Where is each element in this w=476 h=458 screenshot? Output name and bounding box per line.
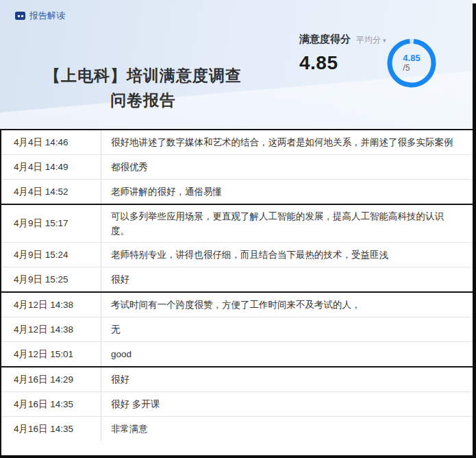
comments-table: 4月4日 14:46 很好地讲述了数字媒体和艺术的结合，这两者是如何地关系，并阐…	[0, 129, 473, 455]
page-title: 【上电科】培训满意度调查 问卷报告	[17, 63, 269, 112]
comment-time: 4月12日 15:01	[1, 342, 101, 366]
satisfaction-score-panel: 满意度得分 平均分 ▾ 4.85	[299, 33, 386, 74]
gauge-value: 4.85	[403, 53, 420, 63]
dropdown-caret-icon: ▾	[383, 37, 386, 44]
score-gauge: 4.85 /5	[387, 38, 436, 88]
table-row: 4月16日 14:29 很好	[1, 367, 473, 391]
comment-time: 4月12日 14:38	[1, 293, 101, 317]
comment-text: 很好 多开课	[101, 392, 473, 416]
comment-text: good	[101, 342, 473, 366]
comment-text: 老师讲解的很好，通俗易懂	[101, 180, 473, 204]
comment-group-apr12: 4月12日 14:38 考试时间有一个跨度很赞，方便了工作时间来不及考试的人， …	[1, 293, 473, 367]
page-title-line1: 【上电科】培训满意度调查	[17, 63, 269, 88]
table-row: 4月4日 14:52 老师讲解的很好，通俗易懂	[1, 179, 473, 204]
aggregation-label: 平均分	[356, 34, 381, 46]
comment-text: 无	[101, 317, 473, 341]
comment-group-apr9: 4月9日 15:17 可以多列举些应用场景，更直观了解人工智能的发展，提高人工智…	[1, 205, 473, 293]
comment-time: 4月9日 15:17	[1, 205, 101, 242]
comment-time: 4月4日 14:46	[1, 130, 101, 154]
screenshot-frame-bottom	[0, 455, 476, 458]
comment-time: 4月16日 14:35	[1, 392, 101, 416]
comment-text: 很好	[101, 267, 473, 291]
comment-text: 非常满意	[101, 417, 473, 441]
comment-text: 考试时间有一个跨度很赞，方便了工作时间来不及考试的人，	[101, 293, 473, 317]
table-row: 4月9日 15:24 老师特别专业，讲得也很仔细，而且结合当下最热的技术，受益匪…	[1, 242, 473, 267]
nav-report-interpretation[interactable]: 报告解读	[15, 10, 65, 22]
comment-time: 4月16日 14:35	[1, 417, 101, 441]
table-row: 4月12日 14:38 考试时间有一个跨度很赞，方便了工作时间来不及考试的人，	[1, 293, 473, 317]
score-label: 满意度得分	[299, 33, 351, 46]
table-row: 4月4日 14:46 很好地讲述了数字媒体和艺术的结合，这两者是如何地关系，并阐…	[1, 130, 473, 154]
comment-text: 可以多列举些应用场景，更直观了解人工智能的发展，提高人工智能高科技的认识度。	[101, 205, 473, 242]
comment-group-apr16: 4月16日 14:29 很好 4月16日 14:35 很好 多开课 4月16日 …	[1, 367, 473, 441]
screenshot-frame-right	[473, 3, 476, 458]
comment-text: 都很优秀	[101, 155, 473, 179]
aggregation-dropdown[interactable]: 平均分 ▾	[356, 34, 386, 46]
comment-time: 4月4日 14:49	[1, 155, 101, 179]
comment-time: 4月16日 14:29	[1, 367, 101, 391]
comment-group-apr4: 4月4日 14:46 很好地讲述了数字媒体和艺术的结合，这两者是如何地关系，并阐…	[1, 130, 473, 205]
comment-text: 很好	[101, 367, 473, 391]
comment-text: 老师特别专业，讲得也很仔细，而且结合当下最热的技术，受益匪浅	[101, 243, 473, 267]
table-row: 4月12日 15:01 good	[1, 341, 473, 366]
table-row: 4月9日 15:25 很好	[1, 267, 473, 291]
comment-time: 4月9日 15:25	[1, 267, 101, 291]
score-value: 4.85	[299, 52, 386, 74]
page-title-line2: 问卷报告	[17, 88, 269, 112]
table-row: 4月16日 14:35 很好 多开课	[1, 391, 473, 416]
table-row: 4月16日 14:35 非常满意	[1, 416, 473, 441]
comment-time: 4月9日 15:24	[1, 243, 101, 267]
report-icon	[15, 12, 25, 20]
comment-time: 4月4日 14:52	[1, 180, 101, 204]
comment-text: 很好地讲述了数字媒体和艺术的结合，这两者是如何地关系，并阐述了很多实际案例	[101, 130, 473, 154]
report-header: 报告解读 【上电科】培训满意度调查 问卷报告 满意度得分 平均分 ▾ 4.85 …	[0, 0, 473, 129]
nav-label: 报告解读	[29, 10, 65, 22]
table-row: 4月12日 14:38 无	[1, 317, 473, 341]
table-row: 4月9日 15:17 可以多列举些应用场景，更直观了解人工智能的发展，提高人工智…	[1, 205, 473, 242]
comment-time: 4月12日 14:38	[1, 317, 101, 341]
table-row: 4月4日 14:49 都很优秀	[1, 154, 473, 179]
gauge-max: /5	[403, 63, 420, 73]
